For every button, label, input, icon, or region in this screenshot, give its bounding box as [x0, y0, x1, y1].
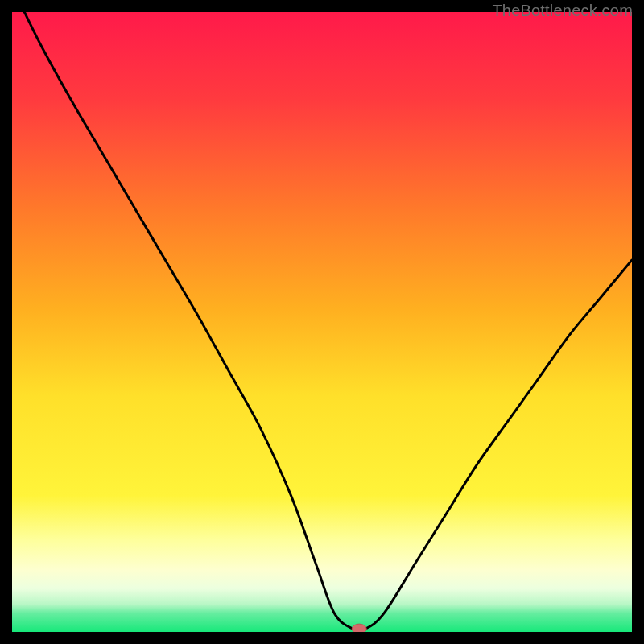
chart-svg — [12, 12, 632, 632]
gradient-background — [12, 12, 632, 632]
optimal-point-marker — [352, 624, 366, 632]
watermark-text: TheBottleneck.com — [492, 2, 633, 20]
chart-frame: TheBottleneck.com — [0, 0, 644, 644]
plot-area — [12, 12, 632, 632]
